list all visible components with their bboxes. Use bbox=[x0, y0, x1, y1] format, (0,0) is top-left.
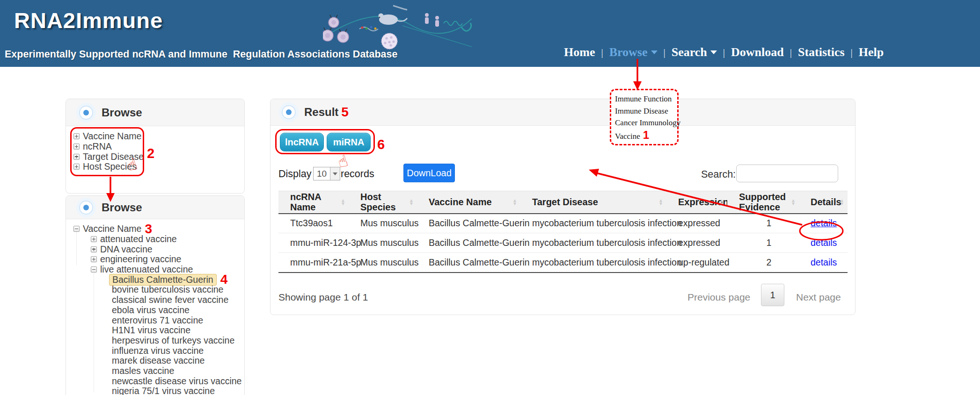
minus-box-icon[interactable] bbox=[91, 266, 97, 273]
sort-arrows-icon[interactable]: ▲▼ bbox=[341, 199, 345, 205]
tree-node-ncrna[interactable]: ncRNA bbox=[73, 142, 244, 152]
nav-help[interactable]: Help bbox=[859, 45, 884, 59]
annotation-number-3: 3 bbox=[145, 222, 152, 237]
header-banner: RNA2Immune Experimentally Supported ncRN… bbox=[0, 0, 980, 67]
col-host-species[interactable]: Host Species▲▼ bbox=[349, 191, 417, 214]
browse-panel-expanded-header: Browse bbox=[66, 196, 244, 219]
cells-icon bbox=[323, 15, 349, 43]
tree-node-dna-vaccine[interactable]: DNA vaccine bbox=[73, 244, 244, 254]
col-vaccine-name[interactable]: Vaccine Name▲▼ bbox=[417, 191, 520, 214]
nav-separator: | bbox=[723, 47, 725, 58]
browse-panel-expanded-title: Browse bbox=[102, 201, 142, 214]
chevron-down-icon bbox=[651, 50, 658, 54]
tree-leaf[interactable]: newcastle disease virus vaccine bbox=[73, 376, 244, 386]
result-table: ncRNA Name▲▼ Host Species▲▼ Vaccine Name… bbox=[278, 191, 848, 273]
nav-download[interactable]: Download bbox=[731, 45, 784, 59]
annotation-number-2: 2 bbox=[147, 146, 154, 161]
annotation-number-6: 6 bbox=[377, 137, 385, 152]
details-link[interactable]: details bbox=[811, 237, 837, 248]
tree-leaf[interactable]: enterovirus 71 vaccine bbox=[73, 315, 244, 325]
col-ncrna-name[interactable]: ncRNA Name▲▼ bbox=[278, 191, 349, 214]
menu-item-vaccine[interactable]: Vaccine1 bbox=[615, 129, 675, 143]
menu-item-cancer-immunology[interactable]: Cancer Immunology bbox=[615, 117, 675, 129]
tree-leaf[interactable]: masles vaccine bbox=[73, 366, 244, 376]
panel-bullet-icon bbox=[83, 205, 89, 210]
details-link[interactable]: details bbox=[811, 218, 837, 228]
tree-leaf[interactable]: bovine tuberculosis vaccine bbox=[73, 285, 244, 295]
annotation-number-1: 1 bbox=[643, 129, 649, 141]
chevron-down-icon bbox=[710, 50, 717, 54]
tree-node-attenuated-vaccine[interactable]: attenuated vaccine bbox=[73, 234, 244, 244]
next-page-button[interactable]: Next page bbox=[796, 292, 841, 303]
tree-node-vaccine-name-root[interactable]: Vaccine Name 3 bbox=[73, 224, 244, 234]
tree-leaf-selected[interactable]: Bacillus Calmette-Guerin 4 bbox=[73, 274, 244, 285]
syringe-icon bbox=[393, 6, 407, 10]
page-size-select[interactable]: 10 bbox=[313, 167, 340, 180]
sort-arrows-icon[interactable]: ▲▼ bbox=[840, 199, 844, 205]
download-button[interactable]: DownLoad bbox=[403, 164, 455, 182]
sort-arrows-icon[interactable]: ▲▼ bbox=[719, 199, 724, 205]
people-icons bbox=[425, 13, 439, 27]
minus-box-icon[interactable] bbox=[73, 226, 80, 232]
col-details[interactable]: Details▲▼ bbox=[799, 191, 848, 214]
nav-statistics[interactable]: Statistics bbox=[798, 45, 845, 59]
site-title: RNA2Immune bbox=[14, 7, 163, 33]
table-header-row: ncRNA Name▲▼ Host Species▲▼ Vaccine Name… bbox=[278, 191, 848, 214]
tree-node-engineering-vaccine[interactable]: engineering vaccine bbox=[73, 254, 244, 265]
tree-node-live-attenuated-vaccine[interactable]: live attenuated vaccine bbox=[73, 265, 244, 275]
browse-panel-expanded: Browse Vaccine Name 3 attenuated vaccine… bbox=[66, 195, 245, 395]
menu-item-immune-disease[interactable]: Immune Disease bbox=[615, 105, 675, 117]
plus-box-icon[interactable] bbox=[73, 144, 80, 150]
tree-leaf[interactable]: ebola virus vaccine bbox=[73, 305, 244, 316]
nav-search[interactable]: Search bbox=[672, 45, 717, 59]
col-target-disease[interactable]: Target Disease▲▼ bbox=[520, 191, 666, 214]
nav-separator: | bbox=[601, 47, 603, 58]
page: RNA2Immune Experimentally Supported ncRN… bbox=[0, 0, 980, 395]
main-nav: Home | Browse | Search | Download | Stat… bbox=[564, 45, 884, 59]
tree-node-vaccine-name[interactable]: Vaccine Name bbox=[73, 131, 244, 142]
nav-home[interactable]: Home bbox=[564, 45, 595, 59]
page-size-value: 10 bbox=[314, 169, 330, 179]
sort-arrows-icon[interactable]: ▲▼ bbox=[791, 199, 796, 205]
plus-box-icon[interactable] bbox=[91, 256, 97, 262]
sort-arrows-icon[interactable]: ▲▼ bbox=[409, 199, 414, 205]
tree-leaf[interactable]: marek disease vaccine bbox=[73, 356, 244, 366]
tree-leaf[interactable]: herpesvirus of turkeys vaccine bbox=[73, 336, 244, 346]
tree-node-target-disease[interactable]: Target Disease bbox=[73, 151, 244, 162]
wave-icon bbox=[444, 22, 462, 26]
browse-panel-top-header: Browse bbox=[66, 99, 244, 126]
showing-page-text: Showing page 1 of 1 bbox=[278, 292, 368, 303]
browse-panel-top: Browse Vaccine Name ncRNA Target Disease… bbox=[66, 99, 245, 194]
sort-arrows-icon[interactable]: ▲▼ bbox=[512, 199, 517, 205]
header-logo-graphic bbox=[323, 0, 473, 52]
panel-bullet-icon bbox=[83, 110, 89, 115]
tree-node-host-species[interactable]: Host Species bbox=[73, 162, 244, 172]
plus-box-icon[interactable] bbox=[73, 164, 80, 170]
tree-leaf[interactable]: classical swine fever vaccine bbox=[73, 295, 244, 305]
tree-leaf[interactable]: influenza virus vaccine bbox=[73, 345, 244, 356]
previous-page-button[interactable]: Previous page bbox=[687, 292, 750, 303]
browse-dropdown-menu: Immune Function Immune Disease Cancer Im… bbox=[610, 89, 679, 145]
plus-box-icon[interactable] bbox=[73, 154, 80, 160]
table-row: Ttc39aos1 Mus musculus Bacillus Calmette… bbox=[278, 214, 848, 233]
col-expression[interactable]: Expression▲▼ bbox=[666, 191, 727, 214]
tree-leaf[interactable]: H1N1 virus vaccine bbox=[73, 325, 244, 336]
result-panel-header: Result 5 bbox=[271, 99, 855, 126]
search-input[interactable] bbox=[736, 165, 838, 182]
plus-box-icon[interactable] bbox=[91, 236, 97, 242]
browse-panel-top-title: Browse bbox=[102, 106, 142, 119]
nav-browse[interactable]: Browse bbox=[609, 45, 658, 59]
menu-item-immune-function[interactable]: Immune Function bbox=[615, 93, 675, 105]
hook-icon bbox=[461, 23, 471, 31]
mirna-tab-button[interactable]: miRNA bbox=[327, 133, 371, 151]
col-supported-evidence[interactable]: Supported Evidence▲▼ bbox=[727, 191, 799, 214]
result-panel: Result 5 lncRNA miRNA Display 10 records… bbox=[270, 99, 856, 315]
page-number-button[interactable]: 1 bbox=[761, 284, 784, 306]
tree-leaf[interactable]: nigeria 75/1 virus vaccine bbox=[73, 386, 244, 395]
plus-box-icon[interactable] bbox=[73, 133, 80, 139]
sort-arrows-icon[interactable]: ▲▼ bbox=[658, 199, 663, 205]
plus-box-icon[interactable] bbox=[91, 246, 97, 252]
details-link[interactable]: details bbox=[811, 257, 837, 267]
chevron-down-icon[interactable] bbox=[330, 167, 340, 180]
lncrna-tab-button[interactable]: lncRNA bbox=[280, 133, 324, 151]
